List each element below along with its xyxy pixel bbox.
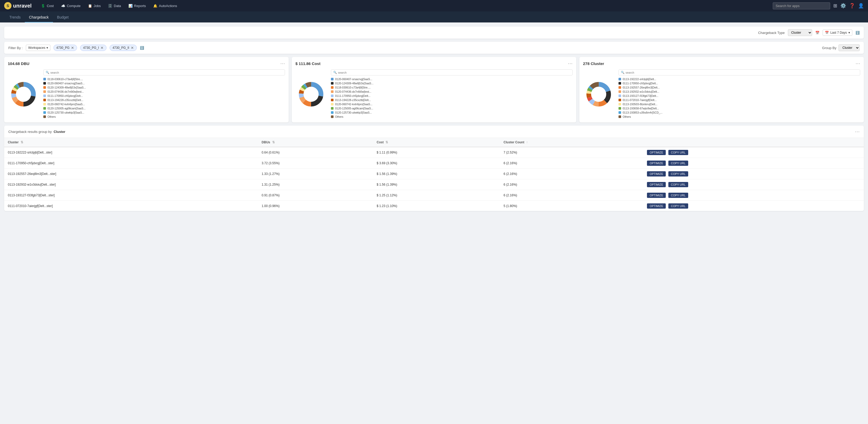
cell-count: 6 (2.16%) [500,179,644,190]
cell-actions: OPTIMIZE COPY URL [643,147,864,158]
dbu-more-icon[interactable]: ⋯ [280,61,285,66]
main-content: Chargeback Type Cluster 📅 📅 Last 7 Days … [0,23,868,215]
dbu-search-input[interactable] [50,71,283,74]
filter-tag-4730pg: 4730_PG ✕ [54,44,77,51]
cost-sort-icon: ⇅ [385,141,388,144]
cost-search-box[interactable]: 🔍 [331,69,572,75]
cell-cluster: 0113-192557-26eql8m3[Delt...ster] [4,169,258,179]
legend-item: 0111-170950-ch5jdxrg[Delt... [331,94,572,98]
optimize-button[interactable]: OPTIMIZE [647,203,666,209]
col-cluster-count[interactable]: Cluster Count ↑ [500,138,644,147]
table-title-prefix: Chargeback results group by [8,130,52,134]
cell-cluster: 0111-072010-7aierjgf[Delt...ster] [4,201,258,211]
legend-label: 0113-192222-srlclpjb[Delt... [623,78,656,81]
dbu-search-box[interactable]: 🔍 [43,69,285,75]
legend-dot [43,111,46,114]
legend-dot [619,86,621,89]
col-dbu[interactable]: DBUs ⇅ [258,138,373,147]
user-icon[interactable]: 👤 [858,3,864,9]
nav-compute[interactable]: ☁️ Compute [58,2,84,9]
help-icon[interactable]: ❓ [849,3,855,9]
cluster-search-input[interactable] [625,71,858,74]
copy-url-button[interactable]: COPY URL [669,171,688,177]
optimize-button[interactable]: OPTIMIZE [647,150,666,155]
app-logo[interactable]: S unravel [4,2,32,9]
legend-item: 0111-170950-ch5jdxrg[Delt... [619,81,860,85]
col-cost[interactable]: Cost ⇅ [373,138,500,147]
cluster-legend-items: 0113-192222-srlclpjb[Delt...0111-170950-… [619,77,860,119]
cell-cost: $ 1.25 (1.12%) [373,190,500,201]
legend-label: 0113-193127-f33fgb73[Delt... [623,94,658,97]
cluster-search-box[interactable]: 🔍 [619,69,860,75]
legend-dot [331,94,334,97]
table-section: Chargeback results group by Cluster ⋯ Cl… [4,126,864,211]
copy-url-button[interactable]: COPY URL [669,203,688,209]
copy-url-button[interactable]: COPY URL [669,182,688,187]
optimize-button[interactable]: OPTIMIZE [647,182,666,187]
nav-autoactions[interactable]: 🔔 AutoActions [150,2,180,9]
legend-dot [43,82,46,85]
copy-url-button[interactable]: COPY URL [669,193,688,198]
chargeback-type-select[interactable]: Cluster [788,29,812,36]
group-by-select[interactable]: Cluster [838,44,860,51]
col-cluster[interactable]: Cluster ⇅ [4,138,258,147]
nav-cost[interactable]: 💲 Cost [38,2,57,9]
cost-legend-items: 0120-060407-srsacrvg[SaaS...0120-124309-… [331,77,572,119]
tab-budget[interactable]: Budget [53,12,73,23]
filter-info-icon[interactable]: ℹ️ [140,46,144,50]
nav-jobs[interactable]: 📋 Jobs [85,2,104,9]
remove-tag-4730pgi[interactable]: ✕ [100,46,103,50]
cell-actions: OPTIMIZE COPY URL [643,201,864,211]
optimize-button[interactable]: OPTIMIZE [647,171,666,177]
cost-more-icon[interactable]: ⋯ [568,61,572,66]
nav-items: 💲 Cost ☁️ Compute 📋 Jobs 🗄️ Data 📊 Repor… [38,2,180,9]
nav-reports[interactable]: 📊 Reports [125,2,149,9]
optimize-button[interactable]: OPTIMIZE [647,160,666,166]
grid-icon[interactable]: ⊞ [833,3,837,9]
cell-dbu: 1.31 (1.25%) [258,179,373,190]
cell-cluster: 0113-192222-srlclpjb[Delt...ster] [4,147,258,158]
legend-item: 0120-060742-kvtn6pro[SaaS... [331,102,572,106]
tab-chargeback[interactable]: Chargeback [25,12,53,23]
autoactions-icon: 🔔 [153,4,157,8]
remove-tag-4730pgii[interactable]: ✕ [131,46,134,50]
cost-content: 🔍 0120-060407-srsacrvg[SaaS...0120-12430… [296,69,572,119]
cost-search-input[interactable] [338,71,570,74]
search-input[interactable] [773,2,830,9]
date-info-icon[interactable]: ℹ️ [856,31,860,35]
legend-dot [331,78,334,81]
table-row: 0113-193127-f33fgb73[Delt...ster] 0.91 (… [4,190,864,201]
top-navigation: S unravel 💲 Cost ☁️ Compute 📋 Jobs 🗄️ Da… [0,0,868,11]
table-row: 0111-072010-7aierjgf[Delt...ster] 1.00 (… [4,201,864,211]
table-more-icon[interactable]: ⋯ [855,129,860,134]
copy-url-button[interactable]: COPY URL [669,160,688,166]
nav-data[interactable]: 🗄️ Data [105,2,124,9]
data-icon: 🗄️ [108,4,112,8]
remove-tag-4730pg[interactable]: ✕ [71,46,74,50]
nav-jobs-label: Jobs [94,4,101,8]
cluster-more-icon[interactable]: ⋯ [856,61,860,66]
table-header: Chargeback results group by Cluster ⋯ [4,126,864,138]
legend-dot [619,115,621,118]
legend-label: 0113-193503-8lzeteru[Delt... [623,102,657,106]
legend-label: 0120-125005-agt9tcam[SaaS... [335,107,373,110]
cell-cost: $ 1.56 (1.39%) [373,179,500,190]
copy-url-button[interactable]: COPY URL [669,150,688,155]
legend-dot [619,90,621,93]
cell-dbu: 0.64 (0.61%) [258,147,373,158]
table-scroll[interactable]: Cluster ⇅ DBUs ⇅ Cost ⇅ Cluster Count ↑ … [4,138,864,211]
optimize-button[interactable]: OPTIMIZE [647,193,666,198]
nav-cost-label: Cost [47,4,54,8]
chargeback-info-icon[interactable]: 📅 [815,31,819,35]
legend-label: 0118-030610-c73a4j9[Stre.... [48,78,83,81]
cost-search-icon: 🔍 [333,71,337,74]
calendar-icon: 📅 [825,31,829,34]
legend-label: 0113-192932-w1v3doiu[Delt... [623,90,659,93]
workspaces-dropdown[interactable]: Workspaces ▾ [26,44,50,51]
cell-count: 6 (2.16%) [500,158,644,169]
cluster-content: 🔍 0113-192222-srlclpjb[Delt...0111-17095… [583,69,860,119]
tab-trends[interactable]: Trends [5,12,25,23]
legend-item: 0113-193127-f33fgb73[Delt... [619,94,860,98]
settings-icon[interactable]: ⚙️ [840,3,846,9]
date-range-select[interactable]: 📅 Last 7 Days ▾ [823,30,852,36]
